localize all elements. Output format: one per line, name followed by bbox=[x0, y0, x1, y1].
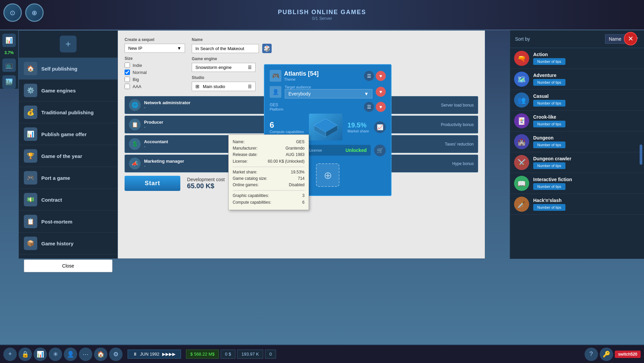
accountant-icon: 💲 bbox=[129, 138, 141, 150]
left-icon-1[interactable]: 📊 bbox=[2, 34, 16, 47]
size-aaa-checkbox[interactable] bbox=[125, 84, 130, 89]
tooltip-catalog-value: 714 bbox=[298, 175, 305, 182]
platform-3d-visual bbox=[309, 114, 342, 140]
sidebar-item-game-engines[interactable]: ⚙️ Game engines bbox=[19, 80, 118, 102]
game-history-label: Game history bbox=[41, 241, 74, 246]
dungeon-tips-button[interactable]: Number of tips bbox=[533, 142, 565, 148]
bottom-plus-icon[interactable]: + bbox=[3, 348, 17, 361]
dungeon-crawler-tips-button[interactable]: Number of tips bbox=[533, 162, 565, 169]
left-icon-3[interactable]: 🏙️ bbox=[2, 75, 16, 89]
money-value: $ 568.22 M$ bbox=[190, 352, 215, 357]
tooltip-compute-row: Compute capabilities: 6 bbox=[233, 199, 305, 206]
tooltip-compute-label: Compute capabilities: bbox=[233, 199, 271, 206]
hack-n-slash-tips-button[interactable]: Number of tips bbox=[533, 204, 565, 211]
crook-like-name: Crook-like bbox=[533, 114, 640, 120]
close-modal-button[interactable]: Close bbox=[24, 259, 112, 272]
name-input[interactable] bbox=[192, 44, 259, 53]
ges-heart-button[interactable]: ♥ bbox=[376, 102, 386, 112]
crook-like-tips-button[interactable]: Number of tips bbox=[533, 121, 565, 127]
adventure-info: Adventure Number of tips bbox=[533, 73, 640, 86]
start-button[interactable]: Start bbox=[125, 176, 180, 191]
game-of-year-label: Game of the year bbox=[41, 153, 82, 159]
sidebar-item-traditional[interactable]: 💰 Traditional publishing bbox=[19, 102, 118, 123]
audience-dropdown[interactable]: Everybody ▼ bbox=[285, 89, 372, 98]
marketing-icon: 📣 bbox=[129, 158, 141, 169]
sidebar: + 🏠 Self publishing ⚙️ Game engines 💰 Tr… bbox=[19, 31, 118, 258]
scroll-indicator[interactable] bbox=[640, 145, 642, 165]
bottom-person-icon[interactable]: 👤 bbox=[64, 348, 77, 361]
sidebar-item-game-of-year[interactable]: 🏆 Game of the year bbox=[19, 145, 118, 167]
platform-heart-button[interactable]: ♥ bbox=[376, 71, 386, 81]
action-tips-button[interactable]: Number of tips bbox=[533, 58, 565, 65]
left-icon-2[interactable]: 📺 bbox=[2, 58, 16, 72]
tooltip-catalog-row: Game catalog size: 714 bbox=[233, 175, 305, 182]
bottom-dots-icon[interactable]: ⋯ bbox=[79, 348, 92, 361]
adventure-name: Adventure bbox=[533, 73, 640, 78]
fast-forward-button[interactable]: ▶▶▶▶ bbox=[162, 352, 176, 357]
bottom-stat-3: 193.97 K bbox=[237, 350, 263, 359]
compute-label: Compute capabilities bbox=[270, 130, 304, 134]
casual-tips-button[interactable]: Number of tips bbox=[533, 100, 565, 107]
top-btn-2[interactable]: ⊕ bbox=[25, 3, 44, 22]
size-big[interactable]: Big bbox=[125, 77, 185, 82]
platform-3d-svg bbox=[312, 117, 339, 137]
size-indie-checkbox[interactable] bbox=[125, 63, 130, 68]
sidebar-item-self-publishing[interactable]: 🏠 Self publishing bbox=[19, 58, 118, 80]
platform-controls: ☰ ♥ bbox=[364, 71, 386, 81]
top-btn-1[interactable]: ⊙ bbox=[3, 3, 22, 22]
add-button[interactable]: + bbox=[60, 36, 77, 52]
traditional-icon: 💰 bbox=[24, 106, 37, 119]
size-group: Size Indie Normal Big AAA bbox=[125, 56, 185, 89]
form-left: Create a sequel New IP ▼ Size Indie Norm… bbox=[125, 37, 185, 91]
interactive-fiction-tips-button[interactable]: Number of tips bbox=[533, 183, 565, 190]
publish-offer-label: Publish game offer bbox=[41, 131, 87, 137]
size-aaa[interactable]: AAA bbox=[125, 84, 185, 89]
studio-select[interactable]: ⊞ Main studio ☰ bbox=[192, 82, 256, 91]
tooltip-manufacturer-row: Manufacturer: Grantendo bbox=[233, 145, 305, 152]
adventure-tips-button[interactable]: Number of tips bbox=[533, 79, 565, 86]
platform-name-block: 🎮 Atlantis [54] Theme bbox=[270, 70, 319, 82]
sequel-select[interactable]: New IP ▼ bbox=[125, 44, 185, 53]
tooltip-online-value: Disabled bbox=[289, 182, 305, 188]
tooltip-license-label: License: bbox=[233, 158, 248, 165]
market-share-value: 19.5% bbox=[348, 121, 369, 129]
help-button[interactable]: ? bbox=[585, 348, 598, 361]
sidebar-item-post-mortem[interactable]: 📋 Post-mortem bbox=[19, 211, 118, 233]
platform-menu-button[interactable]: ☰ bbox=[364, 71, 374, 81]
ges-menu-button[interactable]: ☰ bbox=[364, 102, 374, 112]
add-platform-button[interactable]: ⊕ bbox=[316, 163, 339, 187]
engine-label: Game engine bbox=[192, 56, 272, 61]
sidebar-item-game-history[interactable]: 📦 Game history bbox=[19, 233, 118, 254]
pause-button[interactable]: ⏸ bbox=[133, 352, 137, 357]
genre-item-dungeon-crawler: ⚔️ Dungeon crawler Number of tips bbox=[510, 152, 644, 173]
bottom-chart-icon[interactable]: 📊 bbox=[34, 348, 47, 361]
audience-value: Everybody bbox=[288, 91, 311, 96]
interactive-fiction-name: Interactive fiction bbox=[533, 177, 640, 182]
license-cart-button[interactable]: 🛒 bbox=[374, 145, 386, 156]
genre-item-crook-like: 🃏 Crook-like Number of tips bbox=[510, 111, 644, 131]
market-share-icon-button[interactable]: 📈 bbox=[374, 121, 386, 133]
engine-select[interactable]: Snowstorm engine ☰ bbox=[192, 63, 256, 72]
sidebar-item-contract[interactable]: 💵 Contract bbox=[19, 189, 118, 211]
size-normal[interactable]: Normal bbox=[125, 70, 185, 75]
bottom-gear-icon[interactable]: ⚙ bbox=[109, 348, 123, 361]
close-icon[interactable]: ✕ bbox=[624, 32, 637, 45]
audience-heart-button[interactable]: ♥ bbox=[376, 87, 386, 97]
market-share-block: 19.5% Market share bbox=[348, 121, 369, 133]
bottom-asterisk-icon[interactable]: ✳ bbox=[49, 348, 62, 361]
dice-button[interactable]: 🎲 bbox=[262, 44, 272, 53]
license-label-text: License bbox=[309, 148, 322, 152]
bottom-home-icon[interactable]: 🏠 bbox=[94, 348, 107, 361]
sequel-label: Create a sequel bbox=[125, 37, 185, 42]
adventure-icon: 🗺️ bbox=[514, 72, 529, 87]
bottom-lock-icon[interactable]: 🔒 bbox=[18, 348, 32, 361]
size-big-checkbox[interactable] bbox=[125, 77, 130, 82]
sidebar-item-publish-offer[interactable]: 📊 Publish game offer bbox=[19, 123, 118, 145]
name-label: Name bbox=[192, 37, 272, 42]
size-indie[interactable]: Indie bbox=[125, 63, 185, 68]
size-label: Size bbox=[125, 56, 185, 61]
ges-row: GES Platform ☰ ♥ bbox=[270, 102, 386, 112]
sidebar-item-port-game[interactable]: 🎮 Port a game bbox=[19, 167, 118, 189]
lock2-icon[interactable]: 🔑 bbox=[600, 348, 613, 361]
size-normal-checkbox[interactable] bbox=[125, 70, 130, 75]
